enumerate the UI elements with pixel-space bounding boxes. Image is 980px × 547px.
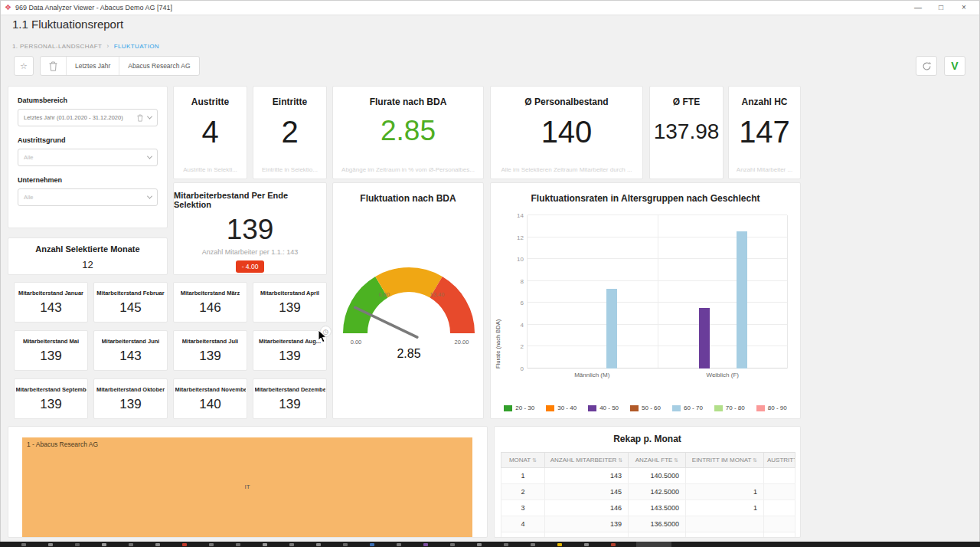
taskbar-icon[interactable] bbox=[155, 543, 160, 546]
table-row[interactable]: 4139136.5000 bbox=[501, 516, 795, 532]
column-header-eintritt-im-monat[interactable]: EINTRITT IM MONAT⇅ bbox=[686, 453, 764, 468]
monthly-tile[interactable]: Mitarbeiterstand Januar143 bbox=[14, 282, 88, 323]
minimize-button[interactable]: — bbox=[906, 1, 929, 15]
taskbar-icon[interactable] bbox=[423, 543, 428, 546]
favorite-button[interactable]: ☆ bbox=[14, 56, 34, 76]
filter-chip-company[interactable]: Abacus Research AG bbox=[119, 57, 198, 75]
taskbar-icon[interactable] bbox=[182, 543, 187, 546]
headcount-end-caption: Anzahl Mitarbeiter per 1.1.: 143 bbox=[202, 248, 299, 256]
refresh-icon bbox=[922, 61, 932, 71]
monthly-tile[interactable]: Mitarbeiterstand Juni143 bbox=[93, 330, 168, 371]
legend-item[interactable]: 30 - 40 bbox=[546, 405, 577, 411]
bar-40-50[interactable] bbox=[699, 308, 710, 368]
legend-label: 80 - 90 bbox=[768, 405, 787, 411]
table-row[interactable]: 5139136.5000 bbox=[501, 532, 795, 539]
taskbar-icon[interactable] bbox=[209, 543, 214, 546]
bar-60-70[interactable] bbox=[606, 289, 617, 368]
taskbar-icon[interactable] bbox=[236, 543, 240, 546]
monthly-tile[interactable]: Mitarbeiterstand April139 bbox=[253, 282, 327, 323]
monthly-tile[interactable]: Mitarbeiterstand September139 bbox=[14, 378, 88, 419]
monthly-tile-value: 139 bbox=[40, 397, 61, 412]
legend-item[interactable]: 70 - 80 bbox=[714, 405, 745, 411]
taskbar-icon[interactable] bbox=[611, 543, 616, 546]
column-header-anzahl-mitarbeiter[interactable]: ANZAHL MITARBEITER⇅ bbox=[545, 453, 629, 468]
trash-icon[interactable] bbox=[137, 114, 143, 122]
taskbar-icon[interactable] bbox=[102, 543, 106, 546]
taskbar-icon[interactable] bbox=[289, 543, 294, 546]
monthly-tile-title: Mitarbeiterstand Juni bbox=[102, 338, 160, 345]
taskbar-icon[interactable] bbox=[397, 543, 401, 546]
table-row[interactable]: 2145142.50001 bbox=[501, 484, 795, 500]
taskbar-icon[interactable] bbox=[477, 543, 482, 546]
monthly-tile[interactable]: Mitarbeiterstand Oktober139 bbox=[93, 378, 168, 419]
legend-item[interactable]: 50 - 60 bbox=[630, 405, 661, 411]
refresh-button[interactable] bbox=[916, 56, 937, 76]
monthly-tile-value: 139 bbox=[279, 300, 300, 316]
taskbar-icon[interactable] bbox=[48, 543, 53, 546]
abacus-viewer-button[interactable]: V bbox=[944, 56, 965, 76]
company-select[interactable]: Alle bbox=[18, 188, 158, 206]
column-header-monat[interactable]: MONAT⇅ bbox=[501, 453, 545, 468]
table-cell: 140.5000 bbox=[629, 468, 686, 484]
legend-label: 20 - 30 bbox=[515, 405, 534, 411]
monthly-tile[interactable]: Mitarbeiterstand März146 bbox=[173, 282, 247, 323]
column-header-anzahl-fte[interactable]: ANZAHL FTE⇅ bbox=[629, 453, 686, 468]
monthly-tile[interactable]: Mitarbeiterstand Aug...139◷ bbox=[253, 330, 327, 371]
exit-reason-select[interactable]: Alle bbox=[18, 149, 158, 166]
company-label: Unternehmen bbox=[18, 176, 158, 184]
kpi-card-fte: Ø FTE 137.98 bbox=[649, 86, 724, 179]
table-row[interactable]: 3146143.50001 bbox=[501, 500, 795, 516]
table-row[interactable]: 1143140.5000 bbox=[501, 468, 795, 484]
table-cell: 146 bbox=[545, 500, 629, 516]
gridline bbox=[528, 258, 787, 259]
column-header-austritt[interactable]: AUSTRITT bbox=[764, 453, 795, 468]
legend-item[interactable]: 20 - 30 bbox=[504, 405, 534, 411]
table-cell: 4 bbox=[501, 516, 545, 532]
taskbar-icon[interactable] bbox=[450, 543, 455, 546]
legend-item[interactable]: 80 - 90 bbox=[756, 405, 787, 411]
monthly-tile[interactable]: Mitarbeiterstand Juli139 bbox=[173, 330, 247, 371]
taskbar-icon[interactable] bbox=[531, 543, 535, 546]
monthly-tile-title: Mitarbeiterstand Mai bbox=[23, 338, 79, 345]
taskbar-icon[interactable] bbox=[504, 543, 508, 546]
breadcrumb-parent[interactable]: 1. PERSONAL-LANDSCHAFT bbox=[12, 43, 102, 50]
taskbar-icon[interactable] bbox=[263, 543, 267, 546]
treemap-node[interactable]: 1 - Abacus Research AG IT bbox=[22, 437, 472, 537]
os-taskbar[interactable] bbox=[0, 542, 980, 547]
breadcrumb-current[interactable]: FLUKTUATION bbox=[114, 43, 159, 50]
legend-item[interactable]: 60 - 70 bbox=[672, 405, 703, 411]
selected-months-card: Anzahl Selektierte Monate 12 bbox=[8, 237, 168, 275]
bar-60-70[interactable] bbox=[737, 231, 747, 368]
kpi-caption: Abgänge im Zeitraum in % vom Ø-Personalb… bbox=[341, 166, 475, 173]
x-axis-labels: Männlich (M) Weiblich (F) bbox=[527, 372, 788, 378]
monthly-tile[interactable]: Mitarbeiterstand Dezember139 bbox=[253, 378, 327, 419]
clear-filters-button[interactable] bbox=[41, 57, 67, 75]
rekap-table-title: Rekap p. Monat bbox=[495, 434, 800, 444]
close-button[interactable]: × bbox=[952, 1, 975, 15]
filter-chip-date[interactable]: Letztes Jahr bbox=[67, 57, 119, 75]
taskbar-active-app[interactable] bbox=[636, 542, 671, 547]
treemap-card: 1 - Abacus Research AG IT bbox=[8, 426, 488, 538]
taskbar-icon[interactable] bbox=[129, 543, 133, 546]
taskbar-icon[interactable] bbox=[370, 543, 374, 546]
chevron-down-icon bbox=[147, 114, 152, 120]
table-cell bbox=[764, 468, 795, 484]
legend-item[interactable]: 40 - 50 bbox=[588, 405, 619, 411]
taskbar-icon[interactable] bbox=[343, 543, 348, 546]
maximize-button[interactable]: □ bbox=[929, 1, 952, 15]
monthly-tile[interactable]: Mitarbeiterstand Mai139 bbox=[14, 330, 88, 371]
company-value: Alle bbox=[24, 194, 34, 201]
date-range-select[interactable]: Letztes Jahr (01.01.2020 - 31.12.2020) bbox=[18, 109, 158, 126]
taskbar-icon[interactable] bbox=[557, 543, 562, 546]
taskbar-icon[interactable] bbox=[316, 543, 321, 546]
monthly-tile[interactable]: Mitarbeiterstand Februar145 bbox=[93, 282, 168, 323]
table-cell: 139 bbox=[545, 532, 629, 539]
monthly-tile-title: Mitarbeiterstand Dezember bbox=[255, 386, 325, 393]
monthly-tile-title: Mitarbeiterstand März bbox=[181, 290, 240, 296]
monthly-tile[interactable]: Mitarbeiterstand November140 bbox=[173, 378, 247, 419]
taskbar-icon[interactable] bbox=[584, 543, 589, 546]
legend-label: 50 - 60 bbox=[642, 405, 661, 411]
taskbar-icon[interactable] bbox=[75, 543, 80, 546]
taskbar-icon[interactable] bbox=[21, 543, 26, 546]
column-header-label: ANZAHL FTE bbox=[635, 457, 673, 463]
